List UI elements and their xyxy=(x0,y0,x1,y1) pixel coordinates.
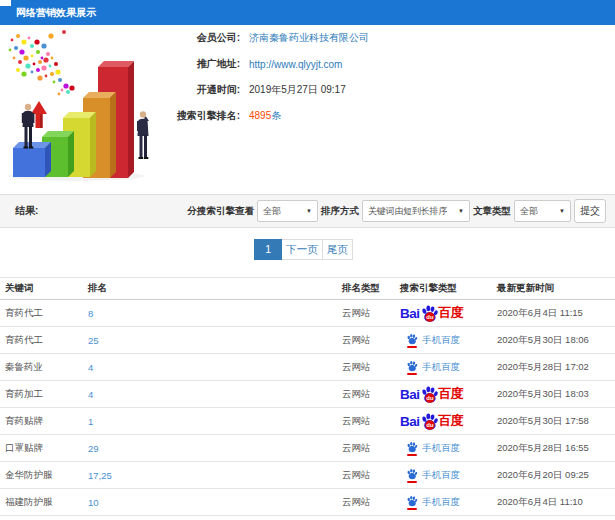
table-row: 金华防护服 17,25 云网站 手机百度 2020年6月20日 09:25 xyxy=(0,462,615,489)
baidu-logo: Baidu百度 xyxy=(400,304,463,323)
rank-type-cell: 云网站 xyxy=(342,361,400,374)
rank-type-cell: 云网站 xyxy=(342,307,400,320)
keyword-cell: 金华防护服 xyxy=(0,469,88,482)
updated-cell: 2020年5月30日 18:06 xyxy=(497,334,615,347)
table-row: 口罩贴牌 29 云网站 手机百度 2020年5月28日 16:55 xyxy=(0,435,615,462)
pagination: 1 下一页 尾页 xyxy=(0,239,608,260)
keyword-cell: 育药代工 xyxy=(0,307,88,320)
baidu-paw-icon: du xyxy=(420,304,439,323)
next-page-button[interactable]: 下一页 xyxy=(281,239,323,260)
corner-notch xyxy=(0,0,11,6)
rank-cell[interactable]: 8 xyxy=(88,308,342,319)
updated-cell: 2020年6月4日 11:10 xyxy=(497,496,615,509)
engine-filter-label: 分搜索引擎查看 xyxy=(188,205,255,218)
table-row: 秦鲁药业 4 云网站 手机百度 2020年5月28日 17:02 xyxy=(0,354,615,381)
col-keyword: 关键词 xyxy=(0,282,88,295)
rank-type-cell: 云网站 xyxy=(342,442,400,455)
page-1-button[interactable]: 1 xyxy=(254,239,282,260)
rank-cell[interactable]: 25 xyxy=(88,335,342,346)
result-label: 结果: xyxy=(15,204,38,218)
table-row: 育药贴牌 1 云网站 Baidu百度 2020年5月30日 17:58 xyxy=(0,408,615,435)
engine-type-cell: Baidu百度 xyxy=(400,304,497,323)
col-updated: 最新更新时间 xyxy=(497,282,615,295)
rank-cell[interactable]: 4 xyxy=(88,389,342,400)
rank-cell[interactable]: 4 xyxy=(88,362,342,373)
updated-cell: 2020年5月28日 16:55 xyxy=(497,442,615,455)
keyword-cell: 福建防护服 xyxy=(0,496,88,509)
promo-url-row: 推广地址: http://www.qlyyjt.com xyxy=(150,51,369,77)
table-row: 育药代工 25 云网站 手机百度 2020年5月30日 18:06 xyxy=(0,327,615,354)
page-title: 网络营销效果展示 xyxy=(16,7,96,18)
summary-section: 会员公司: 济南秦鲁药业科技有限公司 推广地址: http://www.qlyy… xyxy=(0,25,615,194)
table-body: 育药代工 8 云网站 Baidu百度 2020年6月4日 11:15 育药代工 … xyxy=(0,300,615,520)
engine-type-cell: 手机百度 xyxy=(400,360,497,375)
keyword-cell: 口罩贴牌 xyxy=(0,442,88,455)
mobile-baidu-logo: 手机百度 xyxy=(406,495,460,510)
mobile-baidu-paw-icon xyxy=(406,441,418,453)
rank-type-cell: 云网站 xyxy=(342,415,400,428)
mobile-baidu-logo: 手机百度 xyxy=(406,441,460,456)
keyword-cell: 育药加工 xyxy=(0,388,88,401)
col-rank-type: 排名类型 xyxy=(342,282,400,295)
updated-cell: 2020年5月30日 17:58 xyxy=(497,415,615,428)
svg-text:du: du xyxy=(426,314,434,320)
submit-button[interactable]: 提交 xyxy=(574,199,606,223)
company-info: 会员公司: 济南秦鲁药业科技有限公司 推广地址: http://www.qlyy… xyxy=(150,25,369,129)
chevron-down-icon: ▼ xyxy=(458,208,464,214)
rank-type-cell: 云网站 xyxy=(342,469,400,482)
table-row: 育药代工 8 云网站 Baidu百度 2020年6月4日 11:15 xyxy=(0,300,615,327)
open-time-label: 开通时间: xyxy=(150,83,240,97)
mobile-baidu-logo: 手机百度 xyxy=(406,360,460,375)
rank-count-row: 搜索引擎排名: 4895条 xyxy=(150,103,369,129)
businessman-left-icon xyxy=(22,104,35,149)
marketing-chart-illustration xyxy=(4,30,160,182)
member-company-row: 会员公司: 济南秦鲁药业科技有限公司 xyxy=(150,25,369,51)
engine-type-cell: Baidu百度 xyxy=(400,385,497,404)
updated-cell: 2020年5月28日 17:02 xyxy=(497,361,615,374)
keyword-cell: 秦鲁药业 xyxy=(0,361,88,374)
rank-cell[interactable]: 29 xyxy=(88,443,342,454)
open-time-row: 开通时间: 2019年5月27日 09:17 xyxy=(150,77,369,103)
engine-type-cell: Baidu百度 xyxy=(400,412,497,431)
svg-text:du: du xyxy=(426,395,434,401)
businessman-right-icon xyxy=(137,111,149,159)
rank-type-cell: 云网站 xyxy=(342,334,400,347)
sort-select[interactable]: 关键词由短到长排序 ▼ xyxy=(362,200,470,222)
baidu-paw-icon: du xyxy=(420,412,439,431)
baidu-logo: Baidu百度 xyxy=(400,385,463,404)
engine-type-cell: 手机百度 xyxy=(400,495,497,510)
chevron-down-icon: ▼ xyxy=(306,208,312,214)
article-type-label: 文章类型 xyxy=(473,205,511,218)
last-page-button[interactable]: 尾页 xyxy=(322,239,353,260)
mobile-baidu-logo: 手机百度 xyxy=(406,333,460,348)
rank-cell[interactable]: 17,25 xyxy=(88,470,342,481)
updated-cell: 2020年6月20日 09:25 xyxy=(497,469,615,482)
rank-table: 关键词 排名 排名类型 搜索引擎类型 最新更新时间 育药代工 8 云网站 Bai… xyxy=(0,277,615,520)
confetti-dots xyxy=(9,30,75,95)
member-company-value[interactable]: 济南秦鲁药业科技有限公司 xyxy=(249,31,369,45)
article-type-select[interactable]: 全部 ▼ xyxy=(514,200,571,222)
filter-bar: 结果: 分搜索引擎查看 全部 ▼ 排序方式 关键词由短到长排序 ▼ 文章类型 全… xyxy=(0,194,615,228)
open-time-value: 2019年5月27日 09:17 xyxy=(249,83,346,97)
chevron-down-icon: ▼ xyxy=(559,208,565,214)
member-company-label: 会员公司: xyxy=(150,31,240,45)
mobile-baidu-paw-icon xyxy=(406,360,418,372)
rank-type-cell: 云网站 xyxy=(342,388,400,401)
page-title-bar: 网络营销效果展示 xyxy=(0,0,615,25)
table-row: Baidu百度 xyxy=(0,516,615,520)
svg-text:du: du xyxy=(426,422,434,428)
mobile-baidu-paw-icon xyxy=(406,495,418,507)
engine-type-cell: 手机百度 xyxy=(400,468,497,483)
mobile-baidu-paw-icon xyxy=(406,333,418,345)
rank-count-value: 4895条 xyxy=(249,109,281,123)
engine-filter-select[interactable]: 全部 ▼ xyxy=(257,200,318,222)
rank-cell[interactable]: 1 xyxy=(88,416,342,427)
engine-type-cell: 手机百度 xyxy=(400,441,497,456)
mobile-baidu-logo: 手机百度 xyxy=(406,468,460,483)
mobile-baidu-paw-icon xyxy=(406,468,418,480)
table-header-row: 关键词 排名 排名类型 搜索引擎类型 最新更新时间 xyxy=(0,277,615,300)
rank-cell[interactable]: 10 xyxy=(88,497,342,508)
promo-url-value[interactable]: http://www.qlyyjt.com xyxy=(249,59,342,70)
sort-label: 排序方式 xyxy=(321,205,359,218)
keyword-cell: 育药代工 xyxy=(0,334,88,347)
